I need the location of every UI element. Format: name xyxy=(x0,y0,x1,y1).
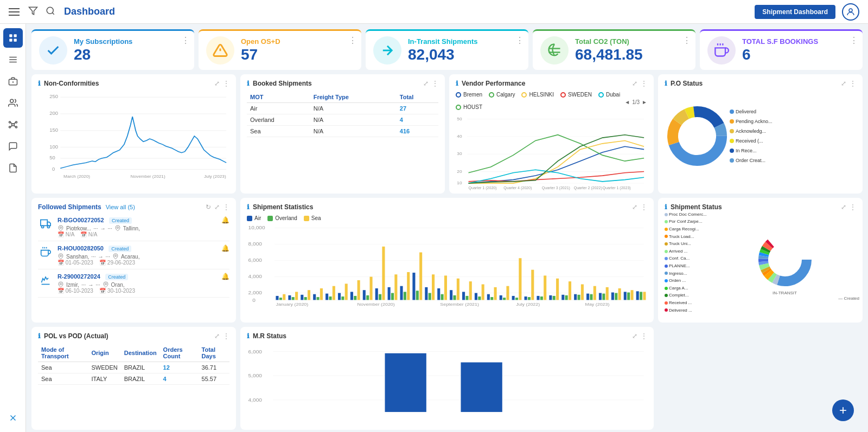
sidebar-item-shipments[interactable] xyxy=(3,72,23,91)
po-expand-icon[interactable]: ⤢ xyxy=(841,80,846,87)
pp-controls[interactable]: ⤢ ⋮ xyxy=(214,332,229,340)
fs-view-all[interactable]: View all (5) xyxy=(106,204,135,210)
vp-expand-icon[interactable]: ⤢ xyxy=(632,80,637,87)
svg-rect-96 xyxy=(313,294,316,300)
mr-more-icon[interactable]: ⋮ xyxy=(641,332,647,340)
svg-rect-137 xyxy=(453,295,456,300)
vp-next-page[interactable]: ► xyxy=(642,99,647,105)
kpi-co2-label: Total CO2 (TON) xyxy=(575,37,688,46)
sts-icon: ℹ xyxy=(665,203,667,211)
svg-rect-109 xyxy=(475,293,477,300)
shipment-icon-truck xyxy=(38,216,53,231)
svg-text:10: 10 xyxy=(457,181,462,186)
sts-center-label: IN-TRANSIT xyxy=(773,291,797,295)
svg-point-78 xyxy=(114,255,116,257)
shipment-id-2[interactable]: R-29000272024 xyxy=(58,273,100,280)
svg-line-22 xyxy=(14,125,15,127)
kpi-transit-more[interactable]: ⋮ xyxy=(515,35,524,46)
search-icon[interactable] xyxy=(46,6,55,17)
pp-days-0: 36.71 xyxy=(199,362,229,373)
shipment-bell-1[interactable]: 🔔 xyxy=(221,244,229,252)
sts-expand-icon[interactable]: ⤢ xyxy=(841,203,846,211)
sidebar-item-network[interactable] xyxy=(3,115,23,134)
bs-controls[interactable]: ⤢ ⋮ xyxy=(423,80,438,87)
svg-rect-93 xyxy=(276,296,278,300)
pp-expand-icon[interactable]: ⤢ xyxy=(214,332,220,340)
bs-overland-total[interactable]: 4 xyxy=(397,114,438,126)
pp-orders-0[interactable]: 12 xyxy=(160,362,199,373)
ss-icon: ℹ xyxy=(247,203,250,211)
sidebar-item-dashboard[interactable] xyxy=(3,28,23,48)
svg-rect-156 xyxy=(320,288,323,300)
pp-orders-1[interactable]: 4 xyxy=(160,373,199,385)
kpi-subscriptions-more[interactable]: ⋮ xyxy=(181,35,190,46)
fs-refresh-icon[interactable]: ↻ xyxy=(206,203,211,211)
nc-controls[interactable]: ⤢ ⋮ xyxy=(214,80,229,87)
svg-rect-142 xyxy=(515,298,518,300)
svg-text:4,000: 4,000 xyxy=(248,397,262,403)
sidebar-item-close[interactable] xyxy=(3,408,23,428)
kpi-co2-more[interactable]: ⋮ xyxy=(682,35,691,46)
vp-legend-houst: HOUST xyxy=(456,104,482,110)
kpi-co2: Total CO2 (TON) 68,481.85 ⋮ xyxy=(533,29,695,70)
svg-text:Quarter 4 (2020): Quarter 4 (2020) xyxy=(503,186,532,190)
mr-controls[interactable]: ⤢ ⋮ xyxy=(632,332,647,340)
po-controls[interactable]: ⤢ ⋮ xyxy=(841,80,856,87)
vp-header: ℹ Vendor Performance ⤢ ⋮ xyxy=(456,80,647,87)
svg-rect-153 xyxy=(283,294,285,300)
vp-prev-page[interactable]: ◄ xyxy=(624,99,630,105)
kpi-osd-more[interactable]: ⋮ xyxy=(348,35,357,46)
pp-col-dest: Destination xyxy=(121,344,160,362)
nc-expand-icon[interactable]: ⤢ xyxy=(214,80,220,87)
pp-more-icon[interactable]: ⋮ xyxy=(223,332,229,340)
sidebar-item-users[interactable] xyxy=(3,93,23,113)
svg-rect-159 xyxy=(358,280,360,300)
ss-more-icon[interactable]: ⋮ xyxy=(641,203,647,211)
svg-rect-166 xyxy=(444,275,447,300)
fab-add[interactable]: + xyxy=(832,399,854,421)
shipment-dashboard-button[interactable]: Shipment Dashboard xyxy=(755,5,835,19)
fs-controls[interactable]: ↻ ⤢ ⋮ xyxy=(206,203,229,211)
user-avatar[interactable] xyxy=(842,3,859,21)
po-title: ℹ P.O Status xyxy=(665,80,703,87)
sts-legend-truck-load: Truck Load... xyxy=(665,233,713,241)
sts-more-icon[interactable]: ⋮ xyxy=(850,203,856,211)
sidebar-item-documents[interactable] xyxy=(3,158,23,178)
bs-col-freight: Freight Type xyxy=(310,92,397,103)
po-more-icon[interactable]: ⋮ xyxy=(850,80,856,87)
bs-overland-mot: Overland xyxy=(247,114,310,126)
vp-more-icon[interactable]: ⋮ xyxy=(641,80,647,87)
ss-expand-icon[interactable]: ⤢ xyxy=(632,203,637,211)
filter-icon[interactable] xyxy=(28,6,38,17)
svg-rect-108 xyxy=(462,292,465,300)
sts-controls[interactable]: ⤢ ⋮ xyxy=(841,203,856,211)
bs-more-icon[interactable]: ⋮ xyxy=(432,80,438,87)
svg-rect-146 xyxy=(565,295,568,300)
bs-expand-icon[interactable]: ⤢ xyxy=(423,80,429,87)
shipment-id-0[interactable]: R-BGO00272052 xyxy=(58,217,104,223)
sts-created-label: — Created xyxy=(838,296,859,301)
pp-origin-1: ITALY xyxy=(88,373,120,385)
fs-expand-icon[interactable]: ⤢ xyxy=(214,203,220,211)
sidebar-item-messages[interactable] xyxy=(3,137,23,156)
ss-controls[interactable]: ⤢ ⋮ xyxy=(632,203,647,211)
svg-text:Quarter 1 (2020): Quarter 1 (2020) xyxy=(469,186,497,190)
sidebar-item-list[interactable] xyxy=(3,50,23,69)
fs-more-icon[interactable]: ⋮ xyxy=(223,203,229,211)
svg-point-13 xyxy=(10,99,13,102)
svg-rect-152 xyxy=(640,292,642,300)
shipment-item-1: R-HOU00282050 Created Sanshan, ···→··· A… xyxy=(38,241,229,269)
nc-more-icon[interactable]: ⋮ xyxy=(223,80,229,87)
shipment-dates-0: 📅 N/A 📅 N/A xyxy=(58,231,217,237)
ss-chart: 10,000 8,000 6,000 4,000 2,000 0 xyxy=(247,223,647,305)
shipment-id-1[interactable]: R-HOU00282050 xyxy=(58,245,104,252)
pol-pod-table: Mode of Transport Origin Destination Ord… xyxy=(38,344,229,385)
shipment-bell-0[interactable]: 🔔 xyxy=(221,216,229,224)
bs-sea-total[interactable]: 416 xyxy=(397,126,438,137)
bs-air-total[interactable]: 27 xyxy=(397,103,438,114)
kpi-bookings-more[interactable]: ⋮ xyxy=(850,35,858,46)
hamburger-menu[interactable] xyxy=(9,8,20,16)
vp-controls[interactable]: ⤢ ⋮ xyxy=(632,80,647,87)
shipment-bell-2[interactable]: 🔔 xyxy=(221,273,229,280)
mr-expand-icon[interactable]: ⤢ xyxy=(632,332,637,340)
